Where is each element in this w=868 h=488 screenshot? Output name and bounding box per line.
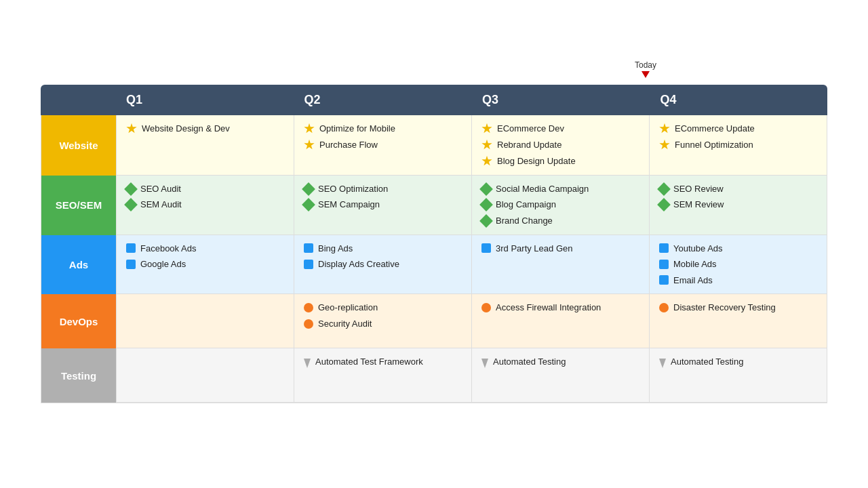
grid-cell: 3rd Party Lead Gen	[471, 235, 649, 295]
grid-cell	[116, 294, 294, 348]
item-label: Bing Ads	[318, 243, 353, 254]
list-item: Access Firewall Integration	[481, 302, 639, 313]
square-icon	[304, 243, 313, 253]
diamond-icon	[479, 182, 493, 196]
item-label: SEO Audit	[140, 184, 181, 195]
list-item: Website Design & Dev	[126, 123, 284, 134]
diamond-icon	[479, 198, 493, 211]
header-empty-cell	[41, 85, 115, 115]
item-label: SEM Review	[673, 199, 724, 210]
item-label: Geo-replication	[318, 302, 378, 313]
list-item: Purchase Flow	[304, 140, 462, 150]
sun-icon	[126, 123, 137, 134]
item-label: Mobile Ads	[673, 259, 717, 270]
grid-cell: Bing AdsDisplay Ads Creative	[294, 235, 471, 295]
grid-cell: Automated Testing	[471, 348, 649, 403]
list-item: Optimize for Mobile	[304, 123, 462, 134]
list-item: Email Ads	[659, 275, 817, 286]
item-label: SEM Campaign	[318, 199, 380, 210]
quarter-header: Q1 Q2 Q3 Q4	[41, 85, 827, 115]
grid-cell: SEO OptimizationSEM Campaign	[294, 176, 471, 235]
list-item: SEO Review	[659, 184, 817, 195]
list-item: Disaster Recovery Testing	[659, 302, 817, 313]
grid-cell: ECommerce UpdateFunnel Optimization	[649, 115, 827, 176]
item-label: Youtube Ads	[673, 243, 723, 254]
list-item: Google Ads	[126, 259, 284, 270]
list-item: SEM Campaign	[304, 199, 462, 210]
item-label: Access Firewall Integration	[496, 302, 601, 313]
item-label: Website Design & Dev	[142, 123, 230, 134]
item-label: Rebrand Update	[497, 140, 561, 150]
circle-icon	[481, 303, 491, 312]
list-item: Blog Campaign	[481, 199, 639, 210]
q3-header: Q3	[471, 85, 650, 115]
list-item: Funnel Optimization	[659, 140, 817, 150]
item-label: SEM Audit	[140, 199, 182, 210]
list-item: Display Ads Creative	[304, 259, 462, 270]
sun-icon	[304, 140, 315, 150]
grid-cell	[116, 348, 294, 403]
diamond-icon	[124, 182, 138, 196]
list-item: SEM Audit	[126, 199, 284, 210]
list-item: ECommerce Dev	[481, 123, 639, 134]
item-label: 3rd Party Lead Gen	[496, 243, 572, 254]
square-icon	[304, 260, 313, 269]
grid-cell: Access Firewall Integration	[471, 294, 649, 348]
list-item: SEO Optimization	[304, 184, 462, 195]
list-item: Automated Testing	[481, 357, 639, 367]
item-label: Automated Test Framework	[315, 357, 423, 367]
grid-cell: SEO ReviewSEM Review	[649, 176, 827, 235]
q4-header: Q4	[650, 85, 828, 115]
list-item: Geo-replication	[304, 302, 462, 313]
sun-icon	[481, 123, 492, 134]
diamond-icon	[657, 182, 671, 196]
item-label: SEO Review	[673, 184, 724, 195]
item-label: ECommerce Dev	[497, 123, 564, 134]
list-item: Security Audit	[304, 319, 462, 329]
trapezoid-icon	[304, 359, 311, 368]
grid-cell: ECommerce DevRebrand UpdateBlog Design U…	[471, 115, 649, 176]
row-label-ads: Ads	[41, 235, 116, 295]
roadmap-grid: WebsiteWebsite Design & DevOptimize for …	[41, 115, 827, 404]
list-item: SEM Review	[659, 199, 817, 210]
sun-icon	[481, 140, 492, 150]
item-label: SEO Optimization	[318, 184, 388, 195]
square-icon	[659, 243, 669, 253]
list-item: Youtube Ads	[659, 243, 817, 254]
sun-icon	[659, 123, 670, 134]
square-icon	[481, 243, 491, 253]
grid-cell: Social Media CampaignBlog CampaignBrand …	[471, 176, 649, 235]
circle-icon	[304, 303, 313, 312]
diamond-icon	[657, 198, 671, 211]
circle-icon	[659, 303, 669, 312]
list-item: Brand Change	[481, 216, 639, 226]
list-item: ECommerce Update	[659, 123, 817, 134]
grid-cell: Automated Test Framework	[294, 348, 471, 403]
square-icon	[659, 275, 669, 285]
item-label: Email Ads	[673, 275, 713, 286]
item-label: Security Audit	[318, 319, 372, 329]
today-triangle-icon	[642, 71, 650, 78]
item-label: Funnel Optimization	[675, 140, 753, 150]
grid-cell: Geo-replicationSecurity Audit	[294, 294, 471, 348]
square-icon	[126, 243, 136, 253]
grid-cell: Disaster Recovery Testing	[649, 294, 827, 348]
grid-cell: Youtube AdsMobile AdsEmail Ads	[649, 235, 827, 295]
grid-cell: Facebook AdsGoogle Ads	[116, 235, 294, 295]
list-item: Social Media Campaign	[481, 184, 639, 195]
item-label: Automated Testing	[493, 357, 566, 367]
item-label: Purchase Flow	[319, 140, 378, 150]
row-label-devops: DevOps	[41, 294, 116, 348]
diamond-icon	[479, 214, 493, 228]
list-item: Bing Ads	[304, 243, 462, 254]
square-icon	[659, 260, 669, 269]
grid-cell: Website Design & Dev	[116, 115, 294, 176]
trapezoid-icon	[659, 359, 666, 368]
list-item: Facebook Ads	[126, 243, 284, 254]
main-container: Today Q1 Q2 Q3 Q4 WebsiteWebsite Design …	[41, 85, 827, 404]
list-item: Rebrand Update	[481, 140, 639, 150]
square-icon	[126, 260, 136, 269]
list-item: Automated Test Framework	[304, 357, 462, 367]
trapezoid-icon	[481, 359, 488, 368]
item-label: Blog Campaign	[496, 199, 556, 210]
